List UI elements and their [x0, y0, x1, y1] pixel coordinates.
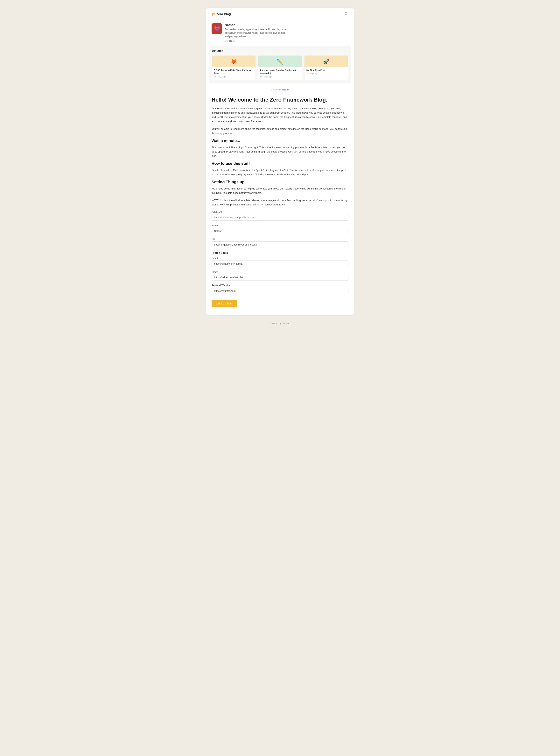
name-group: Name	[212, 224, 348, 234]
setup-form: Avatar Url Name Bio Profile Links Github…	[206, 211, 354, 307]
intro-paragraph-2: You will be able to read more about the …	[212, 127, 348, 135]
profile-links-heading: Profile Links	[212, 251, 348, 254]
created-by-link[interactable]: Nathan	[282, 89, 289, 91]
github-icon[interactable]	[225, 40, 227, 43]
avatar: 👾	[212, 23, 222, 34]
bio-group: Bio	[212, 238, 348, 248]
profile-info: Nathan Focused on making apps shine. Int…	[225, 23, 348, 43]
twitter-group: Twitter	[212, 270, 348, 280]
article-thumb-1: 🦊	[212, 56, 256, 67]
profile-name: Nathan	[225, 23, 348, 27]
section-body-how: Simple. Just add a Markdown file in the …	[212, 168, 348, 177]
personal-website-group: Personal Website	[212, 284, 348, 294]
profile-section: 👾 Nathan Focused on making apps shine. I…	[206, 20, 354, 46]
name-input[interactable]	[212, 228, 348, 234]
avatar-url-label: Avatar Url	[212, 211, 348, 213]
article-card-1[interactable]: 🦊 5 CSS Tricks to Make Your Site Less Cr…	[212, 55, 256, 80]
search-button[interactable]	[344, 11, 348, 17]
submit-button[interactable]: Let's do this.	[212, 299, 237, 307]
svg-line-1	[347, 14, 347, 15]
twitter-label: Twitter	[212, 270, 348, 273]
article-date-2: 958 days ago	[260, 76, 300, 78]
article-content-3: My First Zero Post 858 days ago	[304, 67, 348, 77]
articles-title: Articles	[212, 49, 348, 53]
article-content-2: Introduction to Creative Coding with Jav…	[258, 67, 302, 80]
name-label: Name	[212, 224, 348, 227]
articles-grid: 🦊 5 CSS Tricks to Make Your Site Less Cr…	[212, 55, 348, 80]
created-by-mini: Created by Nathan	[206, 87, 354, 91]
bio-input[interactable]	[212, 241, 348, 248]
website-icon[interactable]	[233, 40, 236, 43]
bio-label: Bio	[212, 238, 348, 240]
section-heading-setup: Setting Things up	[212, 180, 348, 184]
twitter-input[interactable]	[212, 274, 348, 280]
welcome-heading: Hello! Welcome to the Zero Framework Blo…	[212, 96, 348, 103]
github-input[interactable]	[212, 260, 348, 267]
article-title-2: Introduction to Creative Coding with Jav…	[260, 69, 300, 75]
personal-website-label: Personal Website	[212, 284, 348, 287]
article-date-1: 951 days ago	[214, 76, 254, 78]
section-body-wait: This doesn't look like a blog!? You're r…	[212, 145, 348, 158]
avatar-url-group: Avatar Url	[212, 211, 348, 220]
intro-paragraph-1: As the illustrious and innovative title …	[212, 106, 348, 123]
github-label: Github	[212, 257, 348, 259]
main-card: 🌮 Zero Blog 👾 Nathan Focused on making a…	[206, 8, 354, 315]
section-body-setup-1: We'll need some information to help us c…	[212, 187, 348, 195]
article-card-2[interactable]: ✏️ Introduction to Creative Coding with …	[258, 55, 302, 80]
section-heading-wait: Wait a minute...	[212, 138, 348, 143]
section-heading-how: How to use this stuff	[212, 161, 348, 166]
avatar-url-input[interactable]	[212, 214, 348, 220]
article-thumb-2: ✏️	[258, 56, 302, 67]
article-card-3[interactable]: 🚀 My First Zero Post 858 days ago	[304, 55, 348, 80]
profile-bio: Focused on making apps shine. Interested…	[225, 27, 287, 38]
profile-links	[225, 40, 348, 43]
article-title-3: My First Zero Post	[306, 69, 346, 72]
article-thumb-3: 🚀	[304, 56, 348, 67]
page-footer: Created by Nathan.	[270, 322, 290, 325]
blog-header: 🌮 Zero Blog	[206, 8, 354, 20]
personal-website-input[interactable]	[212, 288, 348, 294]
blog-title: 🌮 Zero Blog	[212, 12, 231, 16]
main-content: Hello! Welcome to the Zero Framework Blo…	[206, 91, 354, 207]
articles-section: Articles 🦊 5 CSS Tricks to Make Your Sit…	[209, 46, 351, 83]
article-content-1: 5 CSS Tricks to Make Your Site Less Crap…	[212, 67, 256, 80]
discord-icon[interactable]	[229, 40, 232, 43]
article-date-3: 858 days ago	[306, 73, 346, 75]
section-body-setup-2: NOTE: if this is the offical template re…	[212, 198, 348, 207]
article-title-1: 5 CSS Tricks to Make Your Site Less Crap	[214, 69, 254, 75]
github-group: Github	[212, 257, 348, 267]
